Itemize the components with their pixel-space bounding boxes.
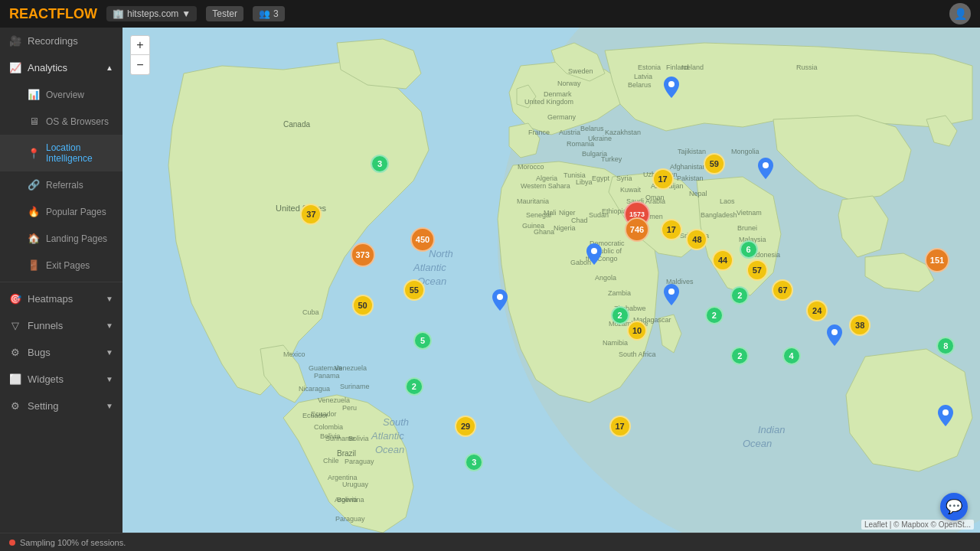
cluster-c16[interactable]: 48 <box>686 229 707 250</box>
status-dot <box>9 540 15 546</box>
cluster-c18[interactable]: 44 <box>712 249 733 271</box>
svg-text:Bolivia: Bolivia <box>320 432 341 440</box>
funnels-icon: ▽ <box>9 320 21 331</box>
cluster-c27[interactable]: 17 <box>609 416 631 437</box>
popular-pages-label: Popular Pages <box>46 207 106 217</box>
pin-p4[interactable] <box>664 284 679 305</box>
svg-text:Uruguay: Uruguay <box>342 481 369 488</box>
logo: REACTFLOW <box>9 6 97 22</box>
site-dropdown-icon: ▼ <box>181 8 191 19</box>
cluster-c31[interactable]: 2 <box>611 306 629 324</box>
referrals-icon: 🔗 <box>28 179 40 191</box>
cluster-c8[interactable]: 2 <box>405 377 423 396</box>
site-selector[interactable]: 🏢 hitsteps.com ▼ <box>106 6 197 21</box>
sidebar-item-exit-pages[interactable]: 🚪 Exit Pages <box>0 252 122 279</box>
svg-text:Nicaragua: Nicaragua <box>299 385 330 393</box>
sidebar-item-os-browsers[interactable]: 🖥 OS & Browsers <box>0 108 122 135</box>
sidebar-item-landing-pages[interactable]: 🏠 Landing Pages <box>0 225 122 252</box>
sidebar-item-popular-pages[interactable]: 🔥 Popular Pages <box>0 198 122 225</box>
cluster-c4[interactable]: 373 <box>351 243 375 267</box>
cluster-c10[interactable]: 3 <box>465 453 483 471</box>
svg-text:North: North <box>429 248 453 259</box>
svg-text:Atlantic: Atlantic <box>413 262 446 273</box>
svg-text:Colombia: Colombia <box>314 423 343 431</box>
svg-text:Argentina: Argentina <box>328 474 358 481</box>
recordings-label: Recordings <box>28 35 78 47</box>
cluster-c30[interactable]: 8 <box>936 337 955 355</box>
users-count[interactable]: 👥 3 <box>253 6 285 21</box>
svg-text:Kuwait: Kuwait <box>620 186 642 194</box>
pin-p3[interactable] <box>586 243 602 265</box>
svg-text:Ecuador: Ecuador <box>311 410 337 418</box>
svg-text:Atlantic: Atlantic <box>371 430 404 442</box>
zoom-in-button[interactable]: + <box>130 35 150 55</box>
cluster-c23[interactable]: 2 <box>730 286 749 305</box>
user-avatar[interactable]: 👤 <box>949 3 971 24</box>
sidebar-item-widgets[interactable]: ⬜ Widgets ▼ <box>0 366 122 393</box>
sidebar-item-bugs[interactable]: ⚙ Bugs ▼ <box>0 339 122 366</box>
cluster-c26[interactable]: 4 <box>782 347 801 365</box>
svg-point-111 <box>497 294 503 300</box>
svg-text:Bangladesh: Bangladesh <box>701 211 737 219</box>
pin-p7[interactable] <box>492 289 508 311</box>
pin-p5[interactable] <box>827 324 842 346</box>
pin-p1[interactable] <box>664 77 679 98</box>
sidebar-item-location-intelligence[interactable]: 📍 Location Intelligence <box>0 135 122 171</box>
cluster-c19[interactable]: 67 <box>772 279 793 301</box>
cluster-c12[interactable]: 17 <box>652 168 674 190</box>
statusbar: Sampling 100% of sessions. <box>0 533 980 551</box>
svg-text:Austria: Austria <box>559 129 580 136</box>
svg-text:Russia: Russia <box>796 64 818 71</box>
sidebar-item-heatmaps[interactable]: 🎯 Heatmaps ▼ <box>0 285 122 312</box>
map-container[interactable]: North Atlantic Ocean South Atlantic Ocea… <box>122 28 980 533</box>
sidebar-item-setting[interactable]: ⚙ Setting ▼ <box>0 393 122 419</box>
svg-point-106 <box>763 162 769 168</box>
main-layout: 🎥 Recordings 📈 Analytics ▲ 📊 Overview 🖥 … <box>0 28 980 533</box>
map-attribution: Leaflet | © Mapbox © OpenSt... <box>861 520 974 530</box>
cluster-c7[interactable]: 5 <box>413 331 432 350</box>
landing-pages-label: Landing Pages <box>46 233 107 244</box>
cluster-c3[interactable]: 450 <box>410 227 435 252</box>
cluster-c25[interactable]: 2 <box>730 347 749 365</box>
sidebar-item-overview[interactable]: 📊 Overview <box>0 81 122 108</box>
svg-text:Latvia: Latvia <box>634 73 652 80</box>
svg-text:Algeria: Algeria <box>536 174 557 182</box>
svg-text:Germany: Germany <box>547 113 577 121</box>
cluster-c1[interactable]: 37 <box>300 204 322 225</box>
sidebar-item-referrals[interactable]: 🔗 Referrals <box>0 171 122 198</box>
chat-button[interactable]: 💬 <box>940 493 968 520</box>
bugs-icon: ⚙ <box>9 347 21 358</box>
svg-text:Laos: Laos <box>720 197 735 205</box>
cluster-c20[interactable]: 57 <box>746 259 768 281</box>
widgets-label: Widgets <box>28 373 64 385</box>
sidebar-item-funnels[interactable]: ▽ Funnels ▼ <box>0 312 122 339</box>
cluster-c5[interactable]: 55 <box>403 279 425 301</box>
svg-text:Chile: Chile <box>323 457 339 465</box>
pin-p6[interactable] <box>938 405 953 426</box>
cluster-c29[interactable]: 151 <box>925 248 949 272</box>
sidebar-item-analytics[interactable]: 📈 Analytics ▲ <box>0 54 122 81</box>
cluster-c24[interactable]: 10 <box>627 321 647 341</box>
sidebar-item-recordings[interactable]: 🎥 Recordings <box>0 28 122 54</box>
cluster-c13[interactable]: 59 <box>704 153 725 174</box>
cluster-c17[interactable]: 6 <box>740 240 758 259</box>
svg-text:Belarus: Belarus <box>628 81 652 89</box>
os-icon: 🖥 <box>28 116 40 127</box>
cluster-c21[interactable]: 24 <box>806 300 828 321</box>
cluster-c15[interactable]: 17 <box>661 219 682 240</box>
cluster-c6[interactable]: 50 <box>352 295 374 316</box>
cluster-c2[interactable]: 3 <box>371 155 389 173</box>
cluster-c28[interactable]: 2 <box>705 306 724 324</box>
cluster-c9[interactable]: 29 <box>455 416 476 437</box>
zoom-out-button[interactable]: − <box>130 55 150 75</box>
svg-text:Venezuela: Venezuela <box>335 364 367 372</box>
site-name: hitsteps.com <box>127 8 178 19</box>
svg-text:Zambia: Zambia <box>608 289 631 297</box>
referrals-label: Referrals <box>46 180 83 191</box>
cluster-c22[interactable]: 38 <box>849 315 871 336</box>
pin-p2[interactable] <box>758 158 773 179</box>
bugs-label: Bugs <box>28 347 51 358</box>
svg-text:Peru: Peru <box>342 404 357 412</box>
cluster-c14[interactable]: 746 <box>625 217 649 242</box>
heatmaps-icon: 🎯 <box>9 293 21 305</box>
